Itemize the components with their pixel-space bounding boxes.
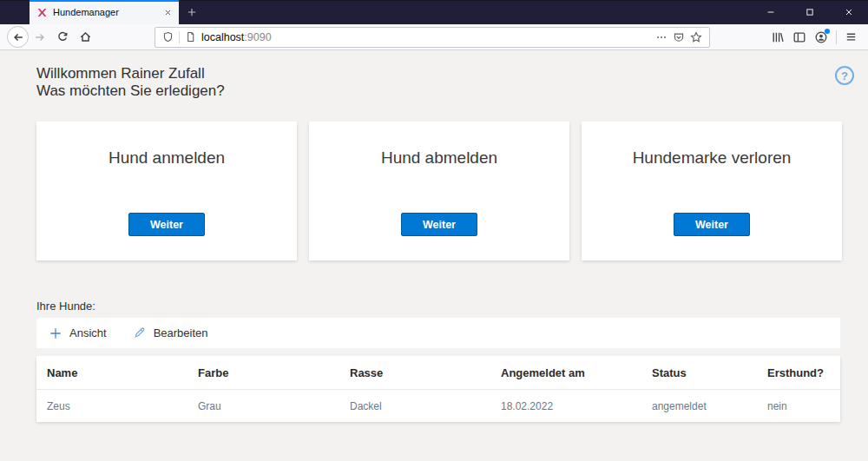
card-hundemarke-verloren: Hundemarke verloren Weiter <box>582 122 842 260</box>
card-title: Hund abmelden <box>381 148 497 168</box>
window-controls <box>751 0 868 24</box>
window-minimize-button[interactable] <box>751 0 790 24</box>
column-header-ersthund[interactable]: Ersthund? <box>767 366 840 379</box>
pocket-icon[interactable] <box>673 31 685 43</box>
back-button[interactable] <box>7 26 29 48</box>
navigation-toolbar: localhost:9090 <box>0 24 868 50</box>
sidebar-icon[interactable] <box>792 30 806 44</box>
cell-name[interactable]: Zeus <box>47 400 198 412</box>
cell-rasse: Dackel <box>350 400 501 412</box>
menu-hamburger-icon[interactable] <box>845 30 858 43</box>
column-header-farbe[interactable]: Farbe <box>198 366 350 379</box>
command-label: Ansicht <box>69 326 107 339</box>
url-host: localhost <box>201 31 244 43</box>
url-text: localhost:9090 <box>201 31 272 43</box>
page-info-icon[interactable] <box>185 31 196 43</box>
home-button[interactable] <box>74 26 96 49</box>
pencil-icon <box>133 326 146 339</box>
page-content: Willkommen Rainer Zufall Was möchten Sie… <box>0 50 868 461</box>
tab-bar: Hundemanager <box>0 0 868 24</box>
column-header-status[interactable]: Status <box>652 366 767 379</box>
welcome-line: Willkommen Rainer Zufall <box>36 65 225 82</box>
plus-icon <box>49 327 62 339</box>
reload-button[interactable] <box>51 26 74 49</box>
page-actions-icon[interactable] <box>655 31 667 43</box>
library-icon[interactable] <box>771 30 785 44</box>
weiter-button-marke[interactable]: Weiter <box>674 213 750 236</box>
window-close-button[interactable] <box>829 0 868 24</box>
url-port: :9090 <box>244 31 271 43</box>
command-label: Bearbeiten <box>154 326 208 339</box>
shield-icon[interactable] <box>162 31 174 43</box>
cell-status: angemeldet <box>652 400 767 412</box>
dogs-section-label: Ihre Hunde: <box>36 300 95 313</box>
toolbar-icons <box>771 30 861 44</box>
column-header-name[interactable]: Name <box>47 366 198 379</box>
account-icon[interactable] <box>814 30 828 44</box>
address-bar[interactable]: localhost:9090 <box>155 27 710 48</box>
column-header-angemeldet-am[interactable]: Angemeldet am <box>501 366 652 379</box>
command-ansicht[interactable]: Ansicht <box>49 326 107 339</box>
card-hund-anmelden: Hund anmelden Weiter <box>36 122 297 260</box>
browser-tab-hundemanager[interactable]: Hundemanager <box>30 0 179 24</box>
action-cards: Hund anmelden Weiter Hund abmelden Weite… <box>36 122 842 260</box>
dogs-table: Name Farbe Rasse Angemeldet am Status Er… <box>36 356 840 422</box>
question-line: Was möchten Sie erledigen? <box>36 82 225 100</box>
tab-title: Hundemanager <box>53 7 159 17</box>
cell-ersthund: nein <box>767 400 840 412</box>
card-hund-abmelden: Hund abmelden Weiter <box>309 122 569 260</box>
account-notification-dot <box>825 29 830 34</box>
weiter-button-abmelden[interactable]: Weiter <box>401 213 477 236</box>
urlbar-divider <box>179 31 180 43</box>
table-header-row: Name Farbe Rasse Angemeldet am Status Er… <box>36 356 840 390</box>
command-bar: Ansicht Bearbeiten <box>36 318 840 348</box>
window-maximize-button[interactable] <box>790 0 829 24</box>
site-favicon-icon <box>36 7 48 18</box>
cell-farbe: Grau <box>198 400 350 412</box>
weiter-button-anmelden[interactable]: Weiter <box>128 213 205 236</box>
table-row[interactable]: Zeus Grau Dackel 18.02.2022 angemeldet n… <box>36 390 840 422</box>
toolbar-divider <box>836 30 837 44</box>
command-bearbeiten[interactable]: Bearbeiten <box>133 326 208 339</box>
forward-button[interactable] <box>29 26 51 49</box>
help-button[interactable]: ? <box>835 66 854 85</box>
new-tab-button[interactable] <box>179 0 205 24</box>
browser-window: Hundemanager <box>0 0 868 461</box>
cell-angemeldet-am: 18.02.2022 <box>501 400 652 412</box>
tab-close-icon[interactable] <box>164 9 172 16</box>
column-header-rasse[interactable]: Rasse <box>350 366 501 379</box>
bookmark-star-icon[interactable] <box>690 31 702 43</box>
card-title: Hund anmelden <box>108 148 225 168</box>
card-title: Hundemarke verloren <box>633 148 792 168</box>
welcome-heading: Willkommen Rainer Zufall Was möchten Sie… <box>36 65 225 100</box>
